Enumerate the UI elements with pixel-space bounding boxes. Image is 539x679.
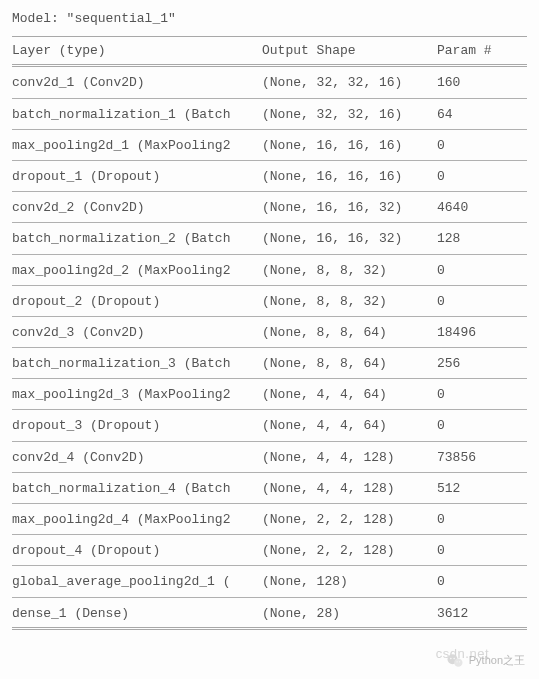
cell-layer: max_pooling2d_2 (MaxPooling2	[12, 262, 262, 280]
svg-point-5	[459, 661, 460, 662]
cell-param: 128	[437, 230, 527, 248]
cell-output-shape: (None, 128)	[262, 573, 437, 591]
cell-output-shape: (None, 8, 8, 32)	[262, 293, 437, 311]
cell-layer: global_average_pooling2d_1 (	[12, 573, 262, 591]
separator-row	[12, 191, 527, 192]
wechat-label: Python之王	[469, 653, 525, 668]
table-row: batch_normalization_4 (Batch(None, 4, 4,…	[12, 479, 527, 499]
cell-output-shape: (None, 16, 16, 32)	[262, 230, 437, 248]
faint-watermark: csdn.net	[436, 645, 489, 663]
svg-point-4	[456, 661, 457, 662]
cell-param: 0	[437, 386, 527, 404]
cell-param: 0	[437, 262, 527, 280]
cell-param: 0	[437, 542, 527, 560]
cell-param: 160	[437, 74, 527, 92]
cell-param: 18496	[437, 324, 527, 342]
wechat-icon	[445, 651, 465, 671]
cell-output-shape: (None, 32, 32, 16)	[262, 74, 437, 92]
table-row: conv2d_1 (Conv2D)(None, 32, 32, 16)160	[12, 73, 527, 93]
cell-output-shape: (None, 8, 8, 64)	[262, 324, 437, 342]
table-row: batch_normalization_1 (Batch(None, 32, 3…	[12, 105, 527, 125]
cell-output-shape: (None, 28)	[262, 605, 437, 623]
cell-param: 64	[437, 106, 527, 124]
svg-point-0	[447, 654, 457, 664]
cell-output-shape: (None, 4, 4, 64)	[262, 386, 437, 404]
cell-output-shape: (None, 8, 8, 32)	[262, 262, 437, 280]
table-row: dropout_1 (Dropout)(None, 16, 16, 16)0	[12, 167, 527, 187]
cell-layer: dropout_3 (Dropout)	[12, 417, 262, 435]
table-row: batch_normalization_3 (Batch(None, 8, 8,…	[12, 354, 527, 374]
header-output-shape: Output Shape	[262, 42, 437, 60]
separator-row	[12, 597, 527, 598]
separator-top	[12, 36, 527, 37]
table-row: max_pooling2d_1 (MaxPooling2(None, 16, 1…	[12, 136, 527, 156]
separator-header	[12, 64, 527, 67]
svg-point-3	[453, 658, 455, 660]
model-summary-page: Model: "sequential_1" Layer (type) Outpu…	[0, 0, 539, 679]
separator-row	[12, 98, 527, 99]
cell-layer: conv2d_2 (Conv2D)	[12, 199, 262, 217]
cell-param: 0	[437, 573, 527, 591]
separator-row	[12, 347, 527, 348]
svg-point-1	[454, 659, 462, 667]
table-row: dropout_2 (Dropout)(None, 8, 8, 32)0	[12, 292, 527, 312]
cell-layer: conv2d_1 (Conv2D)	[12, 74, 262, 92]
cell-param: 0	[437, 417, 527, 435]
separator-row	[12, 503, 527, 504]
wechat-watermark: Python之王	[445, 651, 525, 671]
cell-param: 4640	[437, 199, 527, 217]
header-layer: Layer (type)	[12, 42, 262, 60]
separator-row	[12, 285, 527, 286]
cell-layer: dropout_2 (Dropout)	[12, 293, 262, 311]
cell-layer: dense_1 (Dense)	[12, 605, 262, 623]
cell-output-shape: (None, 4, 4, 128)	[262, 480, 437, 498]
cell-output-shape: (None, 32, 32, 16)	[262, 106, 437, 124]
cell-layer: max_pooling2d_4 (MaxPooling2	[12, 511, 262, 529]
separator-row	[12, 409, 527, 410]
cell-output-shape: (None, 16, 16, 16)	[262, 137, 437, 155]
table-row: max_pooling2d_4 (MaxPooling2(None, 2, 2,…	[12, 510, 527, 530]
model-title: Model: "sequential_1"	[12, 10, 527, 34]
cell-output-shape: (None, 2, 2, 128)	[262, 542, 437, 560]
cell-param: 512	[437, 480, 527, 498]
separator-row	[12, 534, 527, 535]
table-row: conv2d_3 (Conv2D)(None, 8, 8, 64)18496	[12, 323, 527, 343]
rows-container: conv2d_1 (Conv2D)(None, 32, 32, 16)160ba…	[12, 73, 527, 629]
table-row: dense_1 (Dense)(None, 28)3612	[12, 604, 527, 624]
cell-param: 256	[437, 355, 527, 373]
separator-row	[12, 472, 527, 473]
table-row: conv2d_2 (Conv2D)(None, 16, 16, 32)4640	[12, 198, 527, 218]
cell-param: 0	[437, 511, 527, 529]
separator-row	[12, 222, 527, 223]
cell-output-shape: (None, 16, 16, 32)	[262, 199, 437, 217]
cell-layer: max_pooling2d_3 (MaxPooling2	[12, 386, 262, 404]
separator-bottom	[12, 627, 527, 630]
cell-layer: batch_normalization_4 (Batch	[12, 480, 262, 498]
cell-output-shape: (None, 4, 4, 128)	[262, 449, 437, 467]
separator-row	[12, 160, 527, 161]
cell-param: 0	[437, 137, 527, 155]
table-row: conv2d_4 (Conv2D)(None, 4, 4, 128)73856	[12, 448, 527, 468]
cell-layer: batch_normalization_3 (Batch	[12, 355, 262, 373]
cell-output-shape: (None, 2, 2, 128)	[262, 511, 437, 529]
cell-layer: batch_normalization_2 (Batch	[12, 230, 262, 248]
cell-layer: conv2d_4 (Conv2D)	[12, 449, 262, 467]
cell-output-shape: (None, 8, 8, 64)	[262, 355, 437, 373]
separator-row	[12, 129, 527, 130]
separator-row	[12, 316, 527, 317]
cell-output-shape: (None, 16, 16, 16)	[262, 168, 437, 186]
cell-param: 0	[437, 168, 527, 186]
header-param: Param #	[437, 42, 527, 60]
header-row: Layer (type) Output Shape Param #	[12, 41, 527, 61]
table-row: dropout_3 (Dropout)(None, 4, 4, 64)0	[12, 416, 527, 436]
svg-point-2	[450, 658, 452, 660]
cell-param: 0	[437, 293, 527, 311]
cell-layer: max_pooling2d_1 (MaxPooling2	[12, 137, 262, 155]
table-row: dropout_4 (Dropout)(None, 2, 2, 128)0	[12, 541, 527, 561]
separator-row	[12, 565, 527, 566]
cell-param: 3612	[437, 605, 527, 623]
separator-row	[12, 441, 527, 442]
separator-row	[12, 254, 527, 255]
separator-row	[12, 378, 527, 379]
cell-param: 73856	[437, 449, 527, 467]
